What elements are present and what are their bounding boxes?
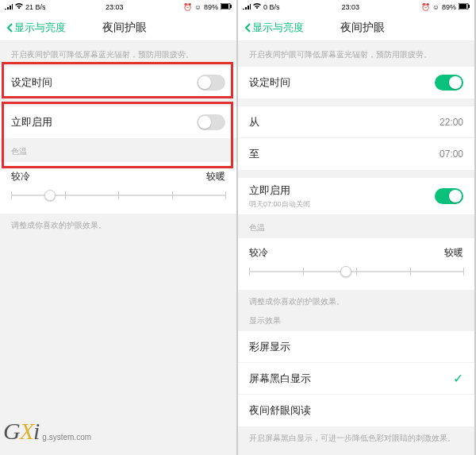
battery-pct: 89% xyxy=(442,3,456,11)
page-title: 夜间护眼 xyxy=(18,21,230,35)
net-speed: 0 B/s xyxy=(263,3,280,11)
battery-icon xyxy=(459,3,470,11)
bw-display-label: 屏幕黑白显示 xyxy=(249,372,311,386)
schedule-toggle[interactable] xyxy=(197,75,225,91)
battery-icon xyxy=(221,3,232,11)
phone-left: 21 B/s 23:03 ⏰ ☺ 89% 显示与亮度 夜间护眼 开启夜间护眼可降… xyxy=(0,0,236,455)
row-enable-now[interactable]: 立即启用 xyxy=(0,106,236,138)
color-display-label: 彩屏显示 xyxy=(249,340,290,354)
temp-section-label: 色温 xyxy=(238,214,474,238)
temp-warm-label: 较暖 xyxy=(444,246,463,260)
schedule-label: 设定时间 xyxy=(11,75,52,90)
page-description: 开启夜间护眼可降低屏幕蓝光辐射，预防用眼疲劳。 xyxy=(238,41,474,67)
status-time: 23:03 xyxy=(46,3,183,11)
section-schedule: 设定时间 xyxy=(238,67,474,98)
enable-now-sub: 明天07:00自动关闭 xyxy=(249,199,310,210)
header: 显示与亮度 夜间护眼 xyxy=(0,14,236,41)
row-schedule[interactable]: 设定时间 xyxy=(238,67,474,98)
svg-rect-2 xyxy=(230,5,232,8)
enable-now-label: 立即启用 xyxy=(249,183,310,198)
phone-right: 0 B/s 23:03 ⏰ ☺ 89% 显示与亮度 夜间护眼 开启夜间护眼可降低… xyxy=(238,0,474,455)
page-description: 开启夜间护眼可降低屏幕蓝光辐射，预防用眼疲劳。 xyxy=(0,41,236,67)
net-speed: 21 B/s xyxy=(25,3,46,11)
temp-hint: 调整成你喜欢的护眼效果。 xyxy=(238,290,474,310)
svg-rect-5 xyxy=(468,5,470,8)
schedule-toggle[interactable] xyxy=(435,75,463,91)
signal-icon xyxy=(5,3,13,11)
row-schedule[interactable]: 设定时间 xyxy=(0,67,236,98)
temp-slider-box: 较冷 较暖 xyxy=(238,238,474,290)
display-footer: 开启屏幕黑白显示，可进一步降低色彩对眼睛的刺激效果。 xyxy=(238,426,474,450)
svg-rect-1 xyxy=(221,4,228,9)
row-to[interactable]: 至 07:00 xyxy=(238,138,474,170)
section-time-range: 从 22:00 至 07:00 xyxy=(238,106,474,170)
temp-section-label: 色温 xyxy=(0,138,236,162)
enable-now-toggle[interactable] xyxy=(435,188,463,204)
temp-slider[interactable] xyxy=(11,190,225,201)
header: 显示与亮度 夜间护眼 xyxy=(238,14,474,41)
alarm-icon: ⏰ xyxy=(183,3,192,11)
section-now: 立即启用 明天07:00自动关闭 xyxy=(238,178,474,214)
to-value: 07:00 xyxy=(440,148,463,160)
from-value: 22:00 xyxy=(440,117,463,128)
row-enable-now[interactable]: 立即启用 明天07:00自动关闭 xyxy=(238,178,474,214)
to-label: 至 xyxy=(249,147,259,161)
schedule-label: 设定时间 xyxy=(249,75,290,90)
signal-icon xyxy=(243,3,251,11)
temp-cold-label: 较冷 xyxy=(11,170,30,183)
check-icon: ✓ xyxy=(453,371,463,386)
wifi-icon xyxy=(253,3,261,11)
temp-slider[interactable] xyxy=(249,266,463,277)
section-display: 彩屏显示 屏幕黑白显示 ✓ 夜间舒眼阅读 xyxy=(238,331,474,426)
night-read-label: 夜间舒眼阅读 xyxy=(249,403,311,418)
row-bw-display[interactable]: 屏幕黑白显示 ✓ xyxy=(238,363,474,395)
section-now: 立即启用 xyxy=(0,106,236,138)
battery-pct: 89% xyxy=(204,3,218,11)
temp-cold-label: 较冷 xyxy=(249,246,268,260)
temp-slider-box: 较冷 较暖 xyxy=(0,162,236,214)
status-bar: 0 B/s 23:03 ⏰ ☺ 89% xyxy=(238,0,474,14)
status-bar: 21 B/s 23:03 ⏰ ☺ 89% xyxy=(0,0,236,14)
row-night-read[interactable]: 夜间舒眼阅读 xyxy=(238,395,474,426)
temp-warm-label: 较暖 xyxy=(206,170,225,183)
wifi-icon xyxy=(15,3,23,11)
enable-now-toggle[interactable] xyxy=(197,114,225,130)
section-schedule: 设定时间 xyxy=(0,67,236,98)
svg-rect-4 xyxy=(459,4,466,9)
status-time: 23:03 xyxy=(280,3,421,11)
page-title: 夜间护眼 xyxy=(256,21,468,35)
row-color-display[interactable]: 彩屏显示 xyxy=(238,331,474,363)
alarm-icon: ⏰ xyxy=(421,3,430,11)
from-label: 从 xyxy=(249,115,259,129)
temp-hint: 调整成你喜欢的护眼效果。 xyxy=(0,214,236,237)
display-section-label: 显示效果 xyxy=(238,310,474,331)
row-from[interactable]: 从 22:00 xyxy=(238,106,474,138)
enable-now-label: 立即启用 xyxy=(11,115,52,129)
